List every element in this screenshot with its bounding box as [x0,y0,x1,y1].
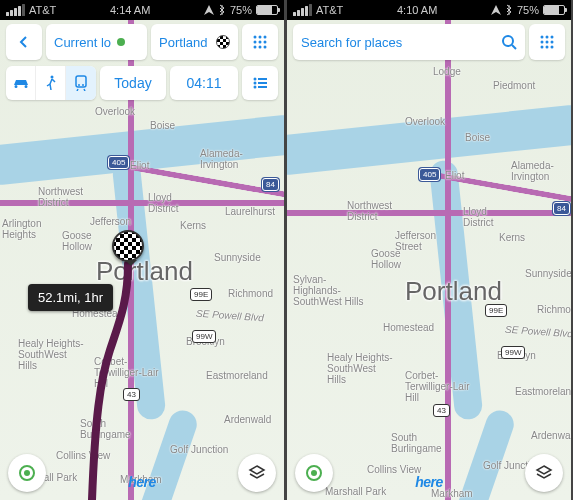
route-shield: 84 [262,178,279,191]
route-summary-tooltip: 52.1mi, 1hr [28,284,113,311]
back-button[interactable] [6,24,42,60]
signal-icon [6,4,25,16]
map-label: Northwest District [38,186,108,208]
car-icon [12,76,30,90]
svg-point-8 [264,46,267,49]
map-label: Arlington Heights [2,218,57,240]
svg-point-3 [254,41,257,44]
route-shield: 99W [192,330,216,343]
route-shield: 99W [501,346,525,359]
origin-chip[interactable]: Current lo [46,24,147,60]
locate-me-button[interactable] [8,454,46,492]
svg-point-12 [82,84,84,86]
svg-point-27 [546,46,549,49]
status-bar: AT&T 4:10 AM 75% [287,0,571,20]
route-shield: 43 [433,404,450,417]
locate-me-button[interactable] [295,454,333,492]
route-toolbar: Current lo Portland [6,24,278,60]
attribution-logo: here [128,474,156,490]
map-label: Corbet-Terwilliger-Lair Hill [94,356,164,389]
map-label: Alameda-Irvington [200,148,280,170]
svg-rect-10 [76,76,86,87]
map-label: South Burlingame [80,418,150,440]
battery-icon [543,5,565,15]
map-label: Overlook [95,106,135,117]
current-location-dot-icon [117,38,125,46]
status-bar: AT&T 4:14 AM 75% [0,0,284,20]
apps-grid-button[interactable] [529,24,565,60]
map-label: Richmond [537,304,571,315]
svg-point-13 [254,78,257,81]
route-shield: 405 [419,168,440,181]
route-options-button[interactable] [242,66,278,100]
bluetooth-icon [505,4,513,16]
depart-date-button[interactable]: Today [100,66,166,100]
battery-label: 75% [517,4,539,16]
map-label: Alameda-Irvington [511,160,571,182]
svg-point-2 [264,36,267,39]
search-field[interactable]: Search for places [293,24,525,60]
svg-point-0 [254,36,257,39]
map-label: Sunnyside [214,252,261,263]
route-shield: 84 [553,202,570,215]
map-label: Kerns [499,232,525,243]
grid-icon [252,34,268,50]
search-toolbar: Search for places [293,24,565,60]
svg-point-6 [254,46,257,49]
svg-point-4 [259,41,262,44]
map-label: Richmond [228,288,273,299]
grid-icon [539,34,555,50]
checkered-flag-icon [216,35,230,49]
map-layers-button[interactable] [525,454,563,492]
svg-point-9 [50,76,53,79]
svg-point-11 [78,84,80,86]
map-label: Sylvan-Highlands-SouthWest Hills [293,274,367,307]
map-layers-button[interactable] [238,454,276,492]
mode-transit-button[interactable] [66,66,96,100]
svg-point-15 [254,82,257,85]
svg-point-7 [259,46,262,49]
clock-label: 4:10 AM [397,4,437,16]
origin-label: Current lo [54,35,111,50]
layers-icon [535,464,553,482]
map-label: Eastmoreland [515,386,571,397]
svg-rect-18 [258,86,267,88]
svg-point-1 [259,36,262,39]
mode-toolbar: Today 04:11 [6,66,278,100]
map-label: Ardenwald [224,414,271,425]
map-surface[interactable]: Portland Lodge Piedmont Overlook Boise E… [287,20,571,500]
carrier-label: AT&T [29,4,56,16]
map-label: Laurelhurst [225,206,275,217]
destination-label: Portland [159,35,207,50]
map-label: Lloyd District [148,192,198,214]
clock-label: 4:14 AM [110,4,150,16]
signal-icon [293,4,312,16]
locate-icon [19,465,35,481]
apps-grid-button[interactable] [242,24,278,60]
carrier-label: AT&T [316,4,343,16]
battery-label: 75% [230,4,252,16]
mode-car-button[interactable] [6,66,36,100]
screenshot-right: AT&T 4:10 AM 75% Portland Lodge Piedmont… [287,0,571,500]
map-label: SE Powell Blvd [505,324,571,340]
map-label: Eliot [130,160,149,171]
map-label: Goose Hollow [62,230,112,252]
svg-point-25 [551,41,554,44]
map-label: Sunnyside [525,268,571,279]
map-label: Overlook [405,116,445,127]
destination-pin-icon[interactable] [112,230,144,262]
layers-icon [248,464,266,482]
map-label: Piedmont [493,80,535,91]
highway [287,210,571,216]
chevron-left-icon [17,35,31,49]
location-arrow-icon [491,5,501,15]
destination-chip[interactable]: Portland [151,24,238,60]
walk-icon [45,75,57,91]
battery-icon [256,5,278,15]
map-label: South Burlingame [391,432,461,454]
depart-time-button[interactable]: 04:11 [170,66,238,100]
svg-point-21 [546,36,549,39]
map-label: Kerns [180,220,206,231]
mode-walk-button[interactable] [36,66,66,100]
svg-point-26 [541,46,544,49]
